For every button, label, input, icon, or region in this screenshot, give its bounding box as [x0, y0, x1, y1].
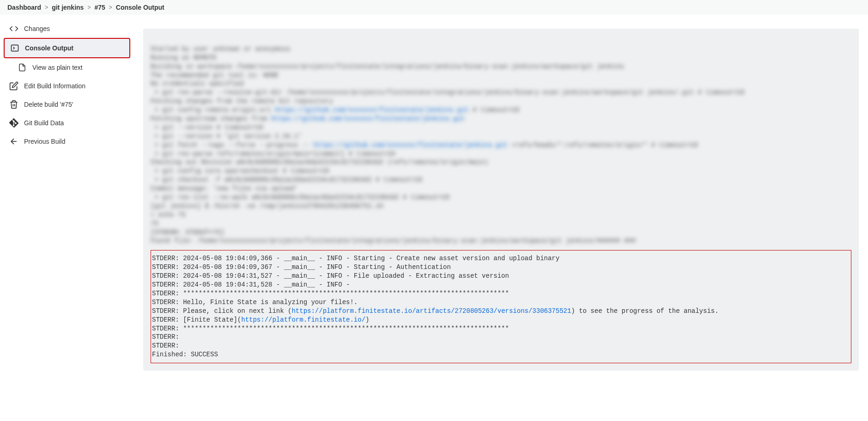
- log-line: STDERR: ********************************…: [152, 290, 509, 297]
- code-icon: [9, 24, 18, 33]
- log-line: STDERR: Hello, Finite State is analyzing…: [152, 299, 358, 306]
- log-line: STDERR: 2024-05-08 19:04:09,367 - __main…: [152, 263, 451, 271]
- log-line: STDERR:: [152, 333, 179, 341]
- content: Started by user unknown or anonymous Run…: [134, 15, 868, 380]
- sidebar-item-label: Previous Build: [24, 138, 66, 145]
- sidebar-item-delete-build[interactable]: Delete build '#75': [4, 95, 130, 114]
- sidebar: Changes Console Output View as plain tex…: [0, 15, 134, 380]
- console-output-highlighted: STDERR: 2024-05-08 19:04:09,366 - __main…: [151, 250, 851, 363]
- git-icon: [9, 118, 18, 128]
- log-line: STDERR: 2024-05-08 19:04:09,366 - __main…: [152, 255, 559, 262]
- terminal-icon: [10, 43, 19, 53]
- sidebar-item-view-plain[interactable]: View as plain text: [4, 58, 130, 77]
- sidebar-item-previous-build[interactable]: Previous Build: [4, 132, 130, 151]
- log-line: STDERR: 2024-05-08 19:04:31,527 - __main…: [152, 272, 509, 280]
- chevron-right-icon: >: [87, 4, 91, 11]
- chevron-right-icon: >: [45, 4, 48, 11]
- sidebar-item-edit-build[interactable]: Edit Build Information: [4, 77, 130, 95]
- log-line: STDERR: 2024-05-08 19:04:31,528 - __main…: [152, 281, 350, 288]
- sidebar-item-changes[interactable]: Changes: [4, 19, 130, 38]
- arrow-left-icon: [9, 137, 18, 146]
- sidebar-item-label: Console Output: [25, 44, 73, 52]
- trash-icon: [9, 100, 18, 109]
- sidebar-item-label: View as plain text: [32, 64, 83, 71]
- breadcrumb-dashboard[interactable]: Dashboard: [7, 4, 41, 11]
- console-output-redacted: Started by user unknown or anonymous Run…: [151, 36, 851, 250]
- log-line: STDERR: [Finite State](https://platform.…: [152, 316, 369, 323]
- breadcrumb-page[interactable]: Console Output: [116, 4, 164, 11]
- breadcrumb-job[interactable]: git jenkins: [52, 4, 84, 11]
- log-line: STDERR: ********************************…: [152, 325, 509, 332]
- sidebar-item-label: Changes: [24, 25, 50, 32]
- sidebar-item-label: Git Build Data: [24, 119, 64, 127]
- artifact-link[interactable]: https://platform.finitestate.io/artifact…: [291, 307, 571, 315]
- breadcrumb: Dashboard > git jenkins > #75 > Console …: [0, 0, 868, 15]
- sidebar-item-label: Edit Build Information: [24, 82, 85, 90]
- sidebar-item-label: Delete build '#75': [24, 101, 73, 108]
- log-line: STDERR:: [152, 342, 179, 349]
- log-line: STDERR: Please, click on next link (http…: [152, 307, 719, 315]
- platform-link[interactable]: https://platform.finitestate.io/: [241, 316, 365, 323]
- console-output-panel: Started by user unknown or anonymous Run…: [143, 29, 859, 371]
- log-line: Finished: SUCCESS: [152, 351, 218, 358]
- chevron-right-icon: >: [109, 4, 112, 11]
- edit-icon: [9, 81, 18, 91]
- sidebar-item-git-data[interactable]: Git Build Data: [4, 114, 130, 132]
- sidebar-item-console-output[interactable]: Console Output: [4, 38, 130, 58]
- file-icon: [18, 63, 27, 72]
- breadcrumb-build[interactable]: #75: [94, 4, 105, 11]
